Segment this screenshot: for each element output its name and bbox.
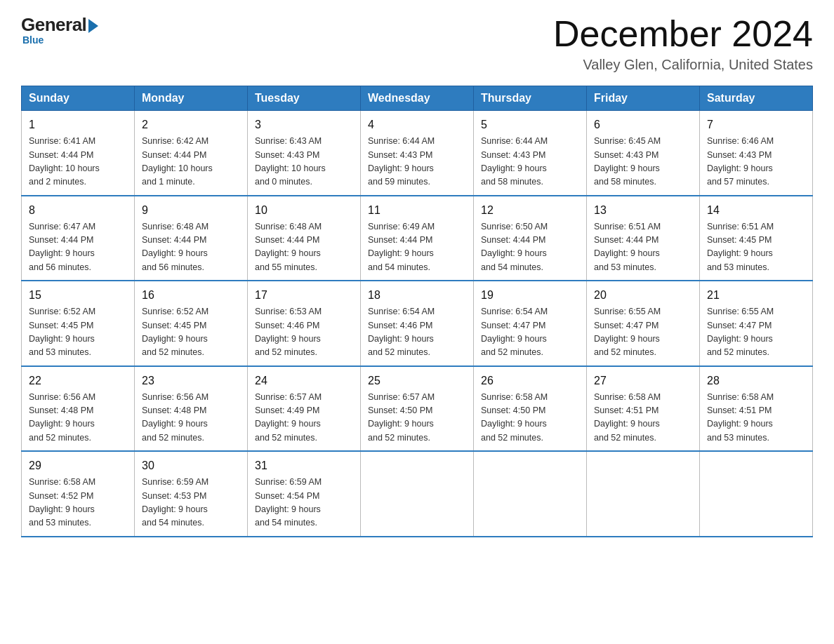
calendar-day-cell: 29Sunrise: 6:58 AMSunset: 4:52 PMDayligh…	[22, 451, 135, 537]
day-number: 2	[142, 116, 240, 133]
day-info: Sunrise: 6:57 AMSunset: 4:49 PMDaylight:…	[255, 391, 353, 445]
location-text: Valley Glen, California, United States	[553, 57, 813, 73]
day-number: 25	[368, 373, 466, 389]
day-info: Sunrise: 6:55 AMSunset: 4:47 PMDaylight:…	[594, 305, 692, 360]
calendar-day-cell	[474, 451, 587, 537]
day-number: 23	[142, 373, 240, 389]
day-info: Sunrise: 6:47 AMSunset: 4:44 PMDaylight:…	[29, 220, 127, 275]
day-info: Sunrise: 6:56 AMSunset: 4:48 PMDaylight:…	[29, 391, 127, 445]
day-number: 8	[29, 202, 127, 219]
calendar-header-saturday: Saturday	[700, 86, 813, 111]
day-number: 21	[707, 287, 805, 304]
calendar-week-row: 15Sunrise: 6:52 AMSunset: 4:45 PMDayligh…	[22, 281, 813, 366]
day-number: 24	[255, 373, 353, 389]
day-info: Sunrise: 6:59 AMSunset: 4:54 PMDaylight:…	[255, 476, 353, 530]
day-info: Sunrise: 6:54 AMSunset: 4:47 PMDaylight:…	[481, 305, 579, 360]
day-info: Sunrise: 6:42 AMSunset: 4:44 PMDaylight:…	[142, 135, 240, 189]
calendar-week-row: 8Sunrise: 6:47 AMSunset: 4:44 PMDaylight…	[22, 196, 813, 281]
calendar-day-cell: 25Sunrise: 6:57 AMSunset: 4:50 PMDayligh…	[361, 366, 474, 452]
day-number: 28	[707, 373, 805, 389]
day-number: 4	[368, 116, 466, 133]
calendar-day-cell: 31Sunrise: 6:59 AMSunset: 4:54 PMDayligh…	[248, 451, 361, 537]
calendar-day-cell: 10Sunrise: 6:48 AMSunset: 4:44 PMDayligh…	[248, 196, 361, 281]
calendar-day-cell: 5Sunrise: 6:44 AMSunset: 4:43 PMDaylight…	[474, 111, 587, 196]
calendar-day-cell: 27Sunrise: 6:58 AMSunset: 4:51 PMDayligh…	[587, 366, 700, 452]
calendar-day-cell: 22Sunrise: 6:56 AMSunset: 4:48 PMDayligh…	[22, 366, 135, 452]
logo: General Blue	[21, 14, 98, 46]
calendar-day-cell	[361, 451, 474, 537]
calendar-day-cell: 11Sunrise: 6:49 AMSunset: 4:44 PMDayligh…	[361, 196, 474, 281]
day-number: 27	[594, 373, 692, 389]
day-info: Sunrise: 6:56 AMSunset: 4:48 PMDaylight:…	[142, 391, 240, 445]
calendar-day-cell: 1Sunrise: 6:41 AMSunset: 4:44 PMDaylight…	[22, 111, 135, 196]
calendar-day-cell: 3Sunrise: 6:43 AMSunset: 4:43 PMDaylight…	[248, 111, 361, 196]
calendar-day-cell: 13Sunrise: 6:51 AMSunset: 4:44 PMDayligh…	[587, 196, 700, 281]
day-info: Sunrise: 6:53 AMSunset: 4:46 PMDaylight:…	[255, 305, 353, 360]
day-info: Sunrise: 6:45 AMSunset: 4:43 PMDaylight:…	[594, 135, 692, 189]
day-number: 15	[29, 287, 127, 304]
logo-triangle-icon	[88, 19, 98, 33]
day-number: 12	[481, 202, 579, 219]
day-number: 6	[594, 116, 692, 133]
calendar-day-cell: 23Sunrise: 6:56 AMSunset: 4:48 PMDayligh…	[135, 366, 248, 452]
day-number: 19	[481, 287, 579, 304]
calendar-day-cell: 28Sunrise: 6:58 AMSunset: 4:51 PMDayligh…	[700, 366, 813, 452]
calendar-table: SundayMondayTuesdayWednesdayThursdayFrid…	[21, 86, 813, 537]
title-block: December 2024 Valley Glen, California, U…	[553, 14, 813, 73]
day-number: 18	[368, 287, 466, 304]
day-info: Sunrise: 6:52 AMSunset: 4:45 PMDaylight:…	[142, 305, 240, 360]
calendar-week-row: 22Sunrise: 6:56 AMSunset: 4:48 PMDayligh…	[22, 366, 813, 452]
day-info: Sunrise: 6:50 AMSunset: 4:44 PMDaylight:…	[481, 220, 579, 275]
day-number: 22	[29, 373, 127, 389]
day-info: Sunrise: 6:48 AMSunset: 4:44 PMDaylight:…	[142, 220, 240, 275]
calendar-day-cell: 26Sunrise: 6:58 AMSunset: 4:50 PMDayligh…	[474, 366, 587, 452]
calendar-header-row: SundayMondayTuesdayWednesdayThursdayFrid…	[22, 86, 813, 111]
day-info: Sunrise: 6:51 AMSunset: 4:44 PMDaylight:…	[594, 220, 692, 275]
day-number: 17	[255, 287, 353, 304]
calendar-day-cell: 19Sunrise: 6:54 AMSunset: 4:47 PMDayligh…	[474, 281, 587, 366]
calendar-week-row: 1Sunrise: 6:41 AMSunset: 4:44 PMDaylight…	[22, 111, 813, 196]
calendar-day-cell: 21Sunrise: 6:55 AMSunset: 4:47 PMDayligh…	[700, 281, 813, 366]
page-header: General Blue December 2024 Valley Glen, …	[21, 14, 813, 73]
day-number: 7	[707, 116, 805, 133]
month-title: December 2024	[553, 14, 813, 54]
day-number: 29	[29, 457, 127, 474]
calendar-header-wednesday: Wednesday	[361, 86, 474, 111]
calendar-week-row: 29Sunrise: 6:58 AMSunset: 4:52 PMDayligh…	[22, 451, 813, 537]
day-info: Sunrise: 6:59 AMSunset: 4:53 PMDaylight:…	[142, 476, 240, 530]
calendar-day-cell: 20Sunrise: 6:55 AMSunset: 4:47 PMDayligh…	[587, 281, 700, 366]
calendar-day-cell: 9Sunrise: 6:48 AMSunset: 4:44 PMDaylight…	[135, 196, 248, 281]
calendar-day-cell: 16Sunrise: 6:52 AMSunset: 4:45 PMDayligh…	[135, 281, 248, 366]
day-number: 11	[368, 202, 466, 219]
calendar-day-cell: 15Sunrise: 6:52 AMSunset: 4:45 PMDayligh…	[22, 281, 135, 366]
day-info: Sunrise: 6:48 AMSunset: 4:44 PMDaylight:…	[255, 220, 353, 275]
day-number: 3	[255, 116, 353, 133]
day-number: 1	[29, 116, 127, 133]
day-info: Sunrise: 6:43 AMSunset: 4:43 PMDaylight:…	[255, 135, 353, 189]
day-info: Sunrise: 6:44 AMSunset: 4:43 PMDaylight:…	[368, 135, 466, 189]
calendar-day-cell: 6Sunrise: 6:45 AMSunset: 4:43 PMDaylight…	[587, 111, 700, 196]
day-info: Sunrise: 6:55 AMSunset: 4:47 PMDaylight:…	[707, 305, 805, 360]
calendar-header-monday: Monday	[135, 86, 248, 111]
day-number: 31	[255, 457, 353, 474]
calendar-day-cell: 30Sunrise: 6:59 AMSunset: 4:53 PMDayligh…	[135, 451, 248, 537]
calendar-day-cell	[587, 451, 700, 537]
calendar-header-tuesday: Tuesday	[248, 86, 361, 111]
day-number: 30	[142, 457, 240, 474]
logo-blue-text: Blue	[22, 34, 44, 46]
day-number: 16	[142, 287, 240, 304]
calendar-day-cell: 14Sunrise: 6:51 AMSunset: 4:45 PMDayligh…	[700, 196, 813, 281]
calendar-day-cell: 8Sunrise: 6:47 AMSunset: 4:44 PMDaylight…	[22, 196, 135, 281]
day-info: Sunrise: 6:58 AMSunset: 4:50 PMDaylight:…	[481, 391, 579, 445]
calendar-day-cell: 4Sunrise: 6:44 AMSunset: 4:43 PMDaylight…	[361, 111, 474, 196]
calendar-header-friday: Friday	[587, 86, 700, 111]
day-number: 26	[481, 373, 579, 389]
day-info: Sunrise: 6:44 AMSunset: 4:43 PMDaylight:…	[481, 135, 579, 189]
day-info: Sunrise: 6:46 AMSunset: 4:43 PMDaylight:…	[707, 135, 805, 189]
day-info: Sunrise: 6:52 AMSunset: 4:45 PMDaylight:…	[29, 305, 127, 360]
day-info: Sunrise: 6:58 AMSunset: 4:51 PMDaylight:…	[594, 391, 692, 445]
day-number: 14	[707, 202, 805, 219]
calendar-day-cell	[700, 451, 813, 537]
day-info: Sunrise: 6:57 AMSunset: 4:50 PMDaylight:…	[368, 391, 466, 445]
day-number: 20	[594, 287, 692, 304]
